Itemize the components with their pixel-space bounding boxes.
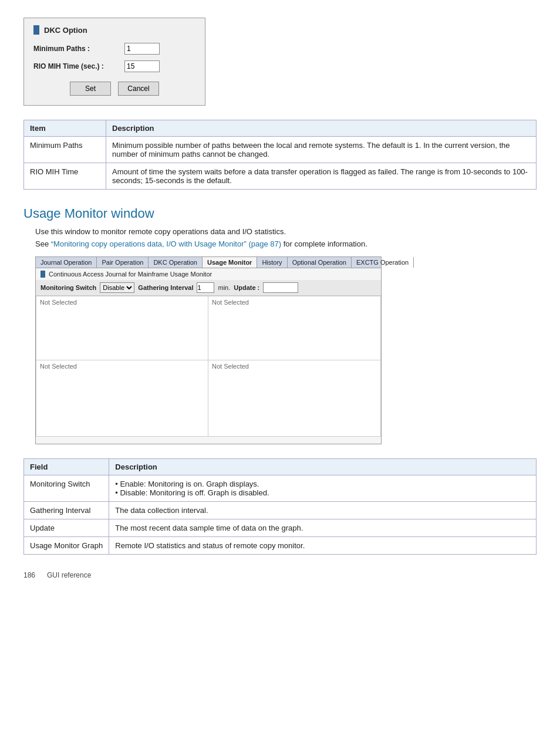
minimum-paths-label: Minimum Paths :	[33, 45, 124, 53]
dkc-row1-description: Minimum possible number of paths between…	[106, 137, 537, 163]
gathering-interval-unit: min.	[218, 284, 230, 291]
dkc-row1-item: Minimum Paths	[24, 137, 106, 163]
field-info-table: Field Description Monitoring Switch • En…	[23, 458, 537, 555]
table-row: Update The most recent data sample time …	[24, 519, 537, 537]
table-row: Minimum Paths Minimum possible number of…	[24, 137, 537, 163]
graph-label-top-left: Not Selected	[40, 299, 77, 306]
monitor-controls: Monitoring Switch Disable Gathering Inte…	[36, 280, 381, 296]
dialog-title-text: DKC Option	[44, 26, 87, 35]
rio-mih-label: RIO MIH Time (sec.) :	[33, 62, 124, 70]
monitor-graph-area: Not Selected Not Selected Not Selected N…	[36, 296, 381, 437]
graph-label-bottom-left: Not Selected	[40, 363, 77, 370]
tab-pair-operation[interactable]: Pair Operation	[97, 257, 149, 268]
bullet-enable: • Enable: Monitoring is on. Graph displa…	[115, 480, 530, 488]
table-row: Usage Monitor Graph Remote I/O statistic…	[24, 537, 537, 555]
section-link[interactable]: “Monitoring copy operations data, I/O wi…	[51, 239, 281, 248]
graph-cell-bottom-left: Not Selected	[36, 360, 208, 437]
set-button[interactable]: Set	[70, 82, 111, 96]
monitor-subtitle-text: Continuous Access Journal for Mainframe …	[49, 271, 212, 278]
dkc-info-table: Item Description Minimum Paths Minimum p…	[23, 120, 537, 190]
section-intro-link: See “Monitoring copy operations data, I/…	[35, 239, 537, 248]
section-link-suffix: for complete information.	[281, 239, 367, 248]
dkc-row2-description: Amount of time the system waits before a…	[106, 163, 537, 190]
graph-label-bottom-right: Not Selected	[212, 363, 249, 370]
monitor-footer-space	[36, 437, 381, 444]
field-row1-field: Monitoring Switch	[24, 475, 109, 502]
gathering-interval-input[interactable]	[197, 282, 214, 293]
rio-mih-input[interactable]	[124, 60, 160, 72]
section-intro-text: Use this window to monitor remote copy o…	[35, 227, 537, 236]
tab-usage-monitor[interactable]: Usage Monitor	[203, 257, 257, 268]
minimum-paths-field: Minimum Paths :	[33, 43, 195, 55]
tab-history[interactable]: History	[257, 257, 287, 268]
gathering-interval-label: Gathering Interval	[138, 284, 193, 291]
field-row4-description: Remote I/O statistics and status of remo…	[109, 537, 537, 555]
update-label: Update :	[234, 284, 259, 291]
update-input[interactable]	[263, 282, 298, 293]
page-label: GUI reference	[47, 571, 91, 579]
field-row4-field: Usage Monitor Graph	[24, 537, 109, 555]
monitoring-switch-select[interactable]: Disable	[100, 282, 134, 293]
section-heading: Usage Monitor window	[23, 206, 537, 221]
graph-cell-bottom-right: Not Selected	[208, 360, 381, 437]
graph-cell-top-right: Not Selected	[208, 296, 381, 360]
field-row3-description: The most recent data sample time of data…	[109, 519, 537, 537]
minimum-paths-input[interactable]	[124, 43, 160, 55]
tab-exctg-operation[interactable]: EXCTG Operation	[352, 257, 414, 268]
tab-optional-operation[interactable]: Optional Operation	[288, 257, 352, 268]
field-row1-description: • Enable: Monitoring is on. Graph displa…	[109, 475, 537, 502]
field-table-header-field: Field	[24, 459, 109, 475]
page-number: 186	[23, 571, 35, 579]
dialog-title-icon	[33, 25, 39, 35]
field-row3-field: Update	[24, 519, 109, 537]
dkc-option-dialog: DKC Option Minimum Paths : RIO MIH Time …	[23, 18, 205, 106]
monitoring-switch-label: Monitoring Switch	[41, 284, 96, 291]
monitor-subtitle: Continuous Access Journal for Mainframe …	[36, 268, 381, 280]
rio-mih-field: RIO MIH Time (sec.) :	[33, 60, 195, 72]
monitor-subtitle-icon	[41, 271, 45, 278]
cancel-button[interactable]: Cancel	[118, 82, 159, 96]
dkc-table-header-item: Item	[24, 120, 106, 137]
monitor-window: Journal Operation Pair Operation DKC Ope…	[35, 256, 382, 444]
field-row2-description: The data collection interval.	[109, 502, 537, 519]
field-table-header-description: Description	[109, 459, 537, 475]
dialog-buttons: Set Cancel	[33, 82, 195, 96]
dialog-title: DKC Option	[33, 25, 195, 35]
page-footer: 186 GUI reference	[23, 571, 537, 579]
tab-journal-operation[interactable]: Journal Operation	[36, 257, 97, 268]
table-row: Gathering Interval The data collection i…	[24, 502, 537, 519]
table-row: RIO MIH Time Amount of time the system w…	[24, 163, 537, 190]
dkc-row2-item: RIO MIH Time	[24, 163, 106, 190]
graph-label-top-right: Not Selected	[212, 299, 249, 306]
monitor-tab-bar: Journal Operation Pair Operation DKC Ope…	[36, 257, 381, 268]
dkc-table-header-description: Description	[106, 120, 537, 137]
table-row: Monitoring Switch • Enable: Monitoring i…	[24, 475, 537, 502]
graph-cell-top-left: Not Selected	[36, 296, 208, 360]
tab-dkc-operation[interactable]: DKC Operation	[149, 257, 203, 268]
field-row2-field: Gathering Interval	[24, 502, 109, 519]
bullet-disable: • Disable: Monitoring is off. Graph is d…	[115, 488, 530, 497]
